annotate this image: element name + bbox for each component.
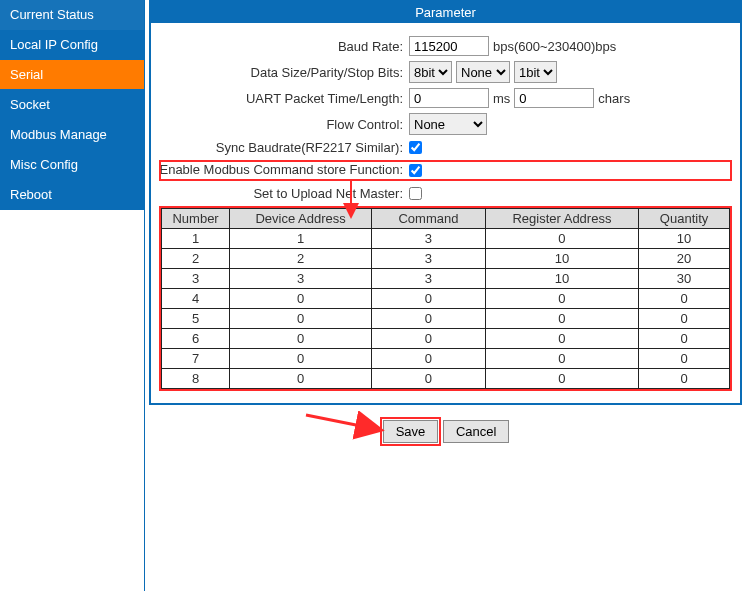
sidebar-item-local-ip-config[interactable]: Local IP Config [0,30,144,60]
table-cell: 20 [639,248,730,268]
uart-time-unit: ms [493,91,510,106]
table-cell: 3 [372,248,486,268]
uart-length-input[interactable] [514,88,594,108]
save-button[interactable]: Save [383,420,439,443]
content-area: Parameter Baud Rate: bps(600~230400)bps … [145,0,746,591]
table-cell: 10 [485,248,638,268]
flow-control-label: Flow Control: [159,117,409,132]
uart-packet-label: UART Packet Time/Length: [159,91,409,106]
table-row: 50000 [162,308,730,328]
table-cell: 5 [162,308,230,328]
flow-control-select[interactable]: None [409,113,487,135]
sidebar-item-reboot[interactable]: Reboot [0,180,144,210]
sidebar-item-misc-config[interactable]: Misc Config [0,150,144,180]
table-cell: 1 [230,228,372,248]
table-cell: 3 [372,228,486,248]
table-row: 70000 [162,348,730,368]
table-cell: 0 [485,308,638,328]
table-cell: 0 [230,348,372,368]
table-cell: 0 [372,368,486,388]
table-row: 40000 [162,288,730,308]
table-cell: 0 [485,328,638,348]
table-cell: 0 [485,288,638,308]
sidebar-item-modbus-manage[interactable]: Modbus Manage [0,120,144,150]
table-row: 3331030 [162,268,730,288]
svg-line-1 [306,415,376,429]
baud-rate-input[interactable] [409,36,489,56]
table-cell: 0 [485,348,638,368]
upload-master-checkbox[interactable] [409,187,422,200]
table-cell: 6 [162,328,230,348]
table-cell: 0 [485,368,638,388]
table-cell: 8 [162,368,230,388]
table-cell: 3 [230,268,372,288]
table-cell: 0 [230,368,372,388]
table-cell: 3 [162,268,230,288]
table-cell: 30 [639,268,730,288]
table-header: Register Address [485,208,638,228]
table-row: 2231020 [162,248,730,268]
baud-rate-label: Baud Rate: [159,39,409,54]
data-bits-label: Data Size/Parity/Stop Bits: [159,65,409,80]
uart-time-input[interactable] [409,88,489,108]
table-cell: 0 [372,348,486,368]
table-cell: 0 [372,288,486,308]
table-cell: 0 [639,308,730,328]
table-cell: 2 [162,248,230,268]
parity-select[interactable]: None [456,61,510,83]
button-bar: Save Cancel [149,419,742,444]
table-cell: 0 [639,368,730,388]
enable-modbus-label: Enable Modbus Command store Function: [159,163,409,178]
table-cell: 1 [162,228,230,248]
sidebar-item-current-status[interactable]: Current Status [0,0,144,30]
table-cell: 0 [485,228,638,248]
sidebar-item-serial[interactable]: Serial [0,60,144,90]
table-cell: 0 [230,328,372,348]
arrow-annotation-icon [302,411,392,441]
table-cell: 0 [230,308,372,328]
table-cell: 4 [162,288,230,308]
table-cell: 0 [639,348,730,368]
table-cell: 10 [639,228,730,248]
parameter-panel: Parameter Baud Rate: bps(600~230400)bps … [149,0,742,405]
sidebar: Current StatusLocal IP ConfigSerialSocke… [0,0,145,591]
table-cell: 0 [372,328,486,348]
uart-length-unit: chars [598,91,630,106]
enable-modbus-checkbox[interactable] [409,164,422,177]
table-row: 80000 [162,368,730,388]
table-cell: 7 [162,348,230,368]
table-cell: 2 [230,248,372,268]
panel-title: Parameter [151,2,740,23]
table-header: Command [372,208,486,228]
table-header: Quantity [639,208,730,228]
stop-bits-select[interactable]: 1bit [514,61,557,83]
table-header: Device Address [230,208,372,228]
table-cell: 3 [372,268,486,288]
table-row: 60000 [162,328,730,348]
table-header: Number [162,208,230,228]
table-row: 113010 [162,228,730,248]
table-cell: 0 [639,328,730,348]
table-cell: 10 [485,268,638,288]
modbus-table: NumberDevice AddressCommandRegister Addr… [161,208,730,389]
baud-rate-suffix: bps(600~230400)bps [493,39,616,54]
sync-baud-label: Sync Baudrate(RF2217 Similar): [159,140,409,155]
modbus-table-wrap: NumberDevice AddressCommandRegister Addr… [159,206,732,391]
sidebar-item-socket[interactable]: Socket [0,90,144,120]
table-cell: 0 [230,288,372,308]
table-cell: 0 [372,308,486,328]
sync-baud-checkbox[interactable] [409,141,422,154]
table-cell: 0 [639,288,730,308]
data-size-select[interactable]: 8bit [409,61,452,83]
cancel-button[interactable]: Cancel [443,420,509,443]
upload-master-label: Set to Upload Net Master: [159,186,409,201]
